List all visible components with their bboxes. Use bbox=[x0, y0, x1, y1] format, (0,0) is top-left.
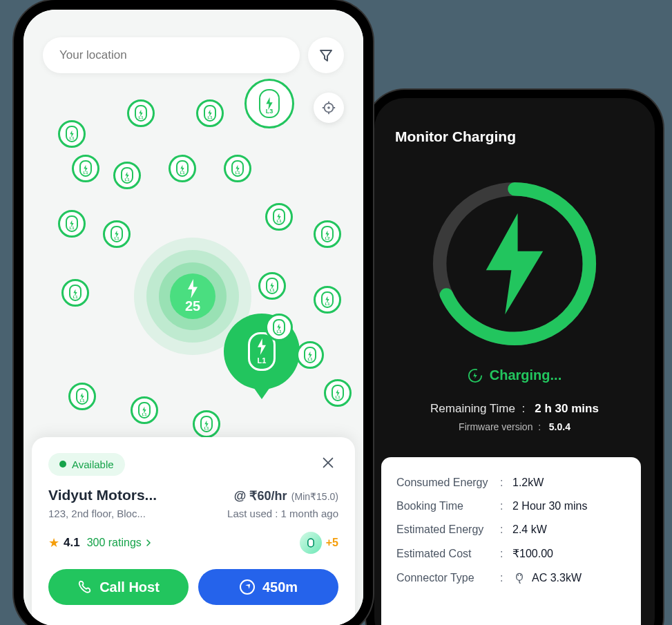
close-button[interactable] bbox=[318, 452, 338, 476]
svg-rect-6 bbox=[308, 539, 314, 547]
call-host-button[interactable]: Call Host bbox=[48, 569, 189, 605]
station-address: 123, 2nd floor, Bloc... bbox=[48, 508, 146, 519]
svg-rect-3 bbox=[517, 573, 522, 580]
monitor-screen: Monitor Charging Charging... Remaining T… bbox=[374, 98, 655, 625]
remaining-time-value: 2 h 30 mins bbox=[535, 402, 599, 415]
distance-label: 450m bbox=[262, 579, 298, 595]
charging-status-text: Charging... bbox=[490, 367, 561, 383]
charging-icon bbox=[468, 368, 483, 383]
detail-key: Booking Time bbox=[396, 500, 500, 512]
pin-level-label: L1 bbox=[258, 356, 267, 365]
map-pin[interactable]: L1 bbox=[196, 99, 224, 127]
detail-key: Estimated Cost bbox=[396, 548, 500, 560]
navigate-button[interactable]: 450m bbox=[198, 569, 338, 605]
locate-me-button[interactable] bbox=[314, 93, 344, 123]
map-screen: L3 25 L1 bbox=[23, 10, 363, 625]
phone-map: L3 25 L1 bbox=[14, 0, 373, 625]
monitor-title: Monitor Charging bbox=[395, 128, 516, 145]
detail-row: Consumed Energy:1.2kW bbox=[396, 471, 626, 494]
map-pin[interactable]: L1 bbox=[258, 272, 286, 300]
map-pin[interactable]: L1 bbox=[224, 155, 251, 182]
map-pin[interactable]: L1 bbox=[58, 210, 86, 238]
map-pin[interactable]: L1 bbox=[193, 410, 220, 438]
star-icon: ★ bbox=[48, 535, 59, 550]
map-pin[interactable]: L2 bbox=[314, 220, 341, 248]
station-name: Vidyut Motors... bbox=[48, 487, 157, 503]
charging-ring bbox=[425, 174, 604, 354]
rating-value: 4.1 bbox=[64, 536, 80, 550]
detail-row: Connector Type:AC 3.3kW bbox=[396, 566, 626, 590]
detail-value: 2 Hour 30 mins bbox=[512, 500, 588, 512]
map-pin[interactable]: L1 bbox=[314, 286, 341, 314]
navigate-icon bbox=[239, 579, 256, 595]
connector-icon bbox=[512, 571, 526, 585]
detail-row: Estimated Cost:₹100.00 bbox=[396, 541, 626, 566]
station-last-used: Last used : 1 month ago bbox=[227, 508, 338, 519]
monitor-details-panel: Consumed Energy:1.2kWBooking Time:2 Hour… bbox=[381, 457, 641, 625]
detail-key: Connector Type bbox=[396, 572, 500, 584]
filter-icon bbox=[318, 47, 334, 64]
map-pin[interactable]: L1 bbox=[265, 314, 293, 341]
bolt-icon bbox=[185, 279, 200, 298]
status-dot-icon bbox=[59, 461, 66, 468]
availability-badge: Available bbox=[48, 453, 125, 476]
pin-level-label: L3 bbox=[266, 108, 273, 115]
phone-monitor: Monitor Charging Charging... Remaining T… bbox=[366, 90, 663, 625]
ratings-link[interactable]: 300 ratings bbox=[87, 537, 153, 549]
phone-icon bbox=[77, 579, 93, 595]
extra-count: +5 bbox=[326, 537, 338, 549]
svg-point-5 bbox=[327, 106, 330, 109]
detail-key: Consumed Energy bbox=[396, 477, 500, 489]
connector-avatars[interactable]: +5 bbox=[298, 530, 338, 555]
cluster-count: 25 bbox=[185, 298, 200, 314]
monitor-info: Remaining Time : 2 h 30 mins Firmware ve… bbox=[374, 402, 655, 432]
detail-value: ₹100.00 bbox=[512, 547, 553, 560]
crosshair-icon bbox=[321, 100, 336, 115]
map-pin[interactable]: L1 bbox=[169, 155, 196, 182]
search-input[interactable] bbox=[43, 37, 300, 73]
close-icon bbox=[320, 455, 336, 470]
map-pin-large[interactable]: L3 bbox=[244, 79, 294, 128]
map-pin[interactable]: L1 bbox=[127, 99, 155, 127]
map-pin[interactable]: L1 bbox=[72, 155, 99, 182]
map-pin[interactable]: L1 bbox=[296, 341, 324, 369]
station-price-min: (Min₹15.0) bbox=[291, 491, 338, 502]
availability-text: Available bbox=[72, 459, 114, 470]
remaining-time-label: Remaining Time bbox=[430, 402, 515, 415]
map-pin[interactable]: L1 bbox=[265, 203, 293, 231]
map-pin[interactable]: L1 bbox=[58, 120, 86, 148]
detail-row: Estimated Energy:2.4 kW bbox=[396, 518, 626, 541]
detail-value: 1.2kW bbox=[512, 477, 544, 489]
map-pin[interactable]: L1 bbox=[113, 162, 141, 189]
filter-button[interactable] bbox=[308, 37, 344, 73]
charging-status: Charging... bbox=[374, 367, 655, 383]
connector-avatar bbox=[298, 530, 323, 555]
map-pin[interactable]: L1 bbox=[61, 279, 89, 307]
station-price: @ ₹60/hr bbox=[234, 489, 287, 503]
map-pin[interactable]: L1 bbox=[103, 220, 131, 248]
detail-value: AC 3.3kW bbox=[512, 571, 582, 585]
chevron-right-icon bbox=[144, 539, 153, 547]
map-pin[interactable]: L1 bbox=[324, 379, 352, 407]
map-pin[interactable]: L1 bbox=[68, 383, 96, 410]
bolt-icon bbox=[425, 174, 604, 354]
call-host-label: Call Host bbox=[99, 579, 160, 595]
map-pin[interactable]: L1 bbox=[131, 396, 158, 424]
detail-key: Estimated Energy bbox=[396, 523, 500, 536]
bolt-icon bbox=[256, 338, 268, 355]
svg-point-7 bbox=[240, 580, 254, 594]
firmware-value: 5.0.4 bbox=[549, 421, 570, 432]
station-card: Available Vidyut Motors... @ ₹60/hr (Min… bbox=[32, 437, 355, 625]
firmware-label: Firmware version bbox=[459, 421, 532, 432]
detail-row: Booking Time:2 Hour 30 mins bbox=[396, 494, 626, 518]
detail-value: 2.4 kW bbox=[512, 523, 547, 536]
